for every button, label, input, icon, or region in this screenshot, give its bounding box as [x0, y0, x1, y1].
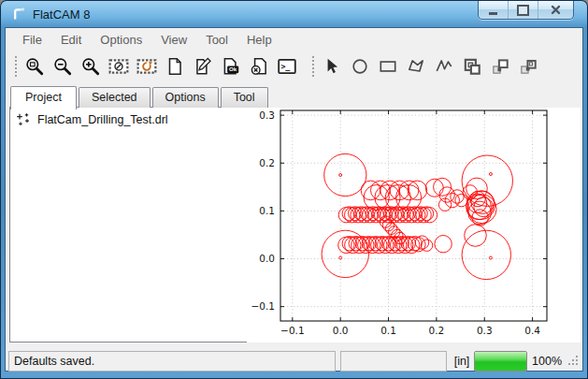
- menu-item-options[interactable]: Options: [91, 30, 151, 50]
- menu-item-edit[interactable]: Edit: [51, 30, 91, 50]
- menu-item-help[interactable]: Help: [237, 30, 281, 50]
- svg-text:0.0: 0.0: [333, 325, 349, 336]
- select-tool-button[interactable]: [318, 53, 346, 80]
- tab-options[interactable]: Options: [152, 87, 219, 108]
- window-frame: FlatCAM 8 File Edit Options View Tool He…: [1, 1, 587, 378]
- copy-objects-button[interactable]: [458, 53, 486, 80]
- tree-item-label: FlatCam_Drilling_Test.drl: [37, 113, 168, 126]
- draw-circle-button[interactable]: [346, 53, 374, 80]
- pointer-icon: [322, 56, 342, 77]
- circle-tool-icon: [350, 56, 370, 77]
- menubar: File Edit Options View Tool Help: [6, 28, 582, 51]
- plot-canvas[interactable]: −0.10.00.10.20.30.4−0.10.00.10.20.3: [247, 108, 581, 343]
- client-area: File Edit Options View Tool Help: [5, 27, 583, 372]
- excellon-drill-icon: [16, 112, 31, 127]
- tab-selected[interactable]: Selected: [79, 87, 151, 108]
- svg-text:0.3: 0.3: [477, 325, 493, 336]
- save-ok-icon: Ok: [221, 56, 241, 77]
- tab-bar: Project Selected Options Tool: [10, 86, 270, 108]
- shell-button[interactable]: >_: [273, 53, 301, 80]
- status-message-box: Defaults saved.: [8, 351, 336, 372]
- svg-text:0.0: 0.0: [259, 253, 275, 264]
- polygon-tool-icon: [406, 56, 426, 77]
- svg-text:−0.1: −0.1: [280, 325, 305, 336]
- progress-bar: [474, 351, 527, 372]
- svg-text:−0.1: −0.1: [251, 300, 276, 312]
- delete-file-icon: [249, 56, 269, 77]
- window: FlatCAM 8 File Edit Options View Tool He…: [0, 0, 588, 379]
- toolbar-drag-handle[interactable]: [13, 54, 18, 79]
- zoom-out-button[interactable]: [49, 53, 77, 80]
- copy-objects-icon: [462, 56, 482, 77]
- copy-geometry-button[interactable]: [514, 53, 542, 80]
- close-button[interactable]: [538, 1, 573, 19]
- zoom-in-icon: [80, 56, 101, 77]
- menu-item-view[interactable]: View: [151, 30, 196, 50]
- zoom-out-icon: [52, 56, 73, 77]
- move-geometry-icon: [490, 56, 510, 77]
- maximize-button[interactable]: [509, 1, 538, 19]
- maximize-icon: [517, 5, 529, 16]
- save-object-button[interactable]: Ok: [217, 53, 245, 80]
- draw-polygon-button[interactable]: [402, 53, 430, 80]
- toolbar: Ok >_: [6, 51, 582, 82]
- svg-text:0.4: 0.4: [524, 325, 540, 336]
- svg-text:>_: >_: [280, 62, 290, 71]
- delete-object-button[interactable]: [245, 53, 273, 80]
- tree-item-drill-object[interactable]: FlatCam_Drilling_Test.drl: [10, 108, 249, 127]
- drill-plot: −0.10.00.10.20.30.4−0.10.00.10.20.3: [247, 108, 581, 343]
- menu-item-file[interactable]: File: [13, 30, 51, 50]
- replot-button[interactable]: [133, 53, 161, 80]
- shell-icon: >_: [277, 56, 297, 77]
- draw-path-button[interactable]: [430, 53, 458, 80]
- move-geometry-button[interactable]: [486, 53, 514, 80]
- flatcam-app-icon: [11, 7, 26, 22]
- status-message: Defaults saved.: [14, 355, 94, 368]
- toolbar-drag-handle-2[interactable]: [310, 54, 315, 79]
- svg-text:0.2: 0.2: [259, 157, 275, 168]
- tab-tool[interactable]: Tool: [221, 87, 268, 108]
- svg-text:0.1: 0.1: [380, 325, 396, 336]
- minimize-icon: [489, 12, 497, 15]
- resize-grip[interactable]: [567, 355, 580, 367]
- clear-plot-icon: [108, 56, 129, 77]
- edit-source-button[interactable]: [189, 53, 217, 80]
- titlebar[interactable]: FlatCAM 8: [1, 1, 587, 27]
- minimize-button[interactable]: [479, 1, 509, 19]
- progress-fill: [475, 352, 526, 371]
- replot-icon: [136, 56, 157, 77]
- svg-text:0.2: 0.2: [429, 325, 445, 336]
- clear-plot-button[interactable]: [105, 53, 133, 80]
- svg-text:0.1: 0.1: [259, 205, 275, 216]
- main-content: Project Selected Options Tool FlatCam_Dr…: [6, 82, 582, 347]
- copy-geometry-icon: [518, 56, 538, 77]
- project-tree: FlatCam_Drilling_Test.drl: [9, 107, 250, 343]
- window-title: FlatCAM 8: [33, 7, 90, 22]
- close-icon: [551, 5, 561, 15]
- status-secondary-box: [340, 351, 447, 372]
- statusbar: Defaults saved. [in] 100%: [6, 347, 582, 374]
- new-file-icon: [165, 56, 185, 77]
- rectangle-tool-icon: [378, 56, 398, 77]
- edit-file-icon: [193, 56, 213, 77]
- svg-text:0.3: 0.3: [259, 109, 275, 121]
- tab-project[interactable]: Project: [10, 86, 77, 109]
- svg-text:Ok: Ok: [229, 66, 237, 72]
- zoom-fit-icon: [24, 56, 45, 77]
- progress-percent: 100%: [532, 355, 563, 368]
- draw-rectangle-button[interactable]: [374, 53, 402, 80]
- zoom-in-button[interactable]: [77, 53, 105, 80]
- path-tool-icon: [434, 56, 454, 77]
- menu-item-tool[interactable]: Tool: [196, 30, 237, 50]
- zoom-fit-button[interactable]: [21, 53, 49, 80]
- units-label: [in]: [454, 355, 470, 368]
- window-controls: [478, 1, 574, 20]
- new-project-button[interactable]: [161, 53, 189, 80]
